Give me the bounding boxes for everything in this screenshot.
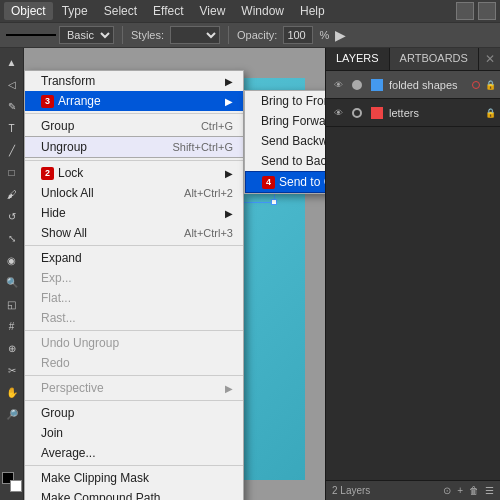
layer-lock-folded[interactable]: 🔒 <box>485 80 496 90</box>
badge-2: 2 <box>41 167 54 180</box>
menu-bring-to-front[interactable]: Bring to Front Shift+Ctrl+] <box>245 91 325 111</box>
menu-item-view[interactable]: View <box>193 2 233 20</box>
shape-builder-tool[interactable]: ⊕ <box>2 338 22 358</box>
line-tool[interactable]: ╱ <box>2 140 22 160</box>
gradient-tool[interactable]: ◱ <box>2 294 22 314</box>
sep-2 <box>25 160 243 161</box>
rotate-tool[interactable]: ↺ <box>2 206 22 226</box>
layer-indicator-folded <box>472 81 480 89</box>
menu-item-effect[interactable]: Effect <box>146 2 190 20</box>
sep-5 <box>25 375 243 376</box>
more-options-icon[interactable]: ▶ <box>335 27 346 43</box>
send-current-layer-label: Send to Current Layer <box>279 175 325 189</box>
menu-rasterize: Rast... <box>25 308 243 328</box>
menu-expand[interactable]: Expand <box>25 248 243 268</box>
menu-group2[interactable]: Group <box>25 403 243 423</box>
menu-transform[interactable]: Transform ▶ <box>25 71 243 91</box>
layer-folded-shapes[interactable]: 👁 folded shapes 🔒 <box>326 71 500 99</box>
panel-close-btn[interactable]: ✕ <box>479 48 500 70</box>
menu-show-all[interactable]: Show All Alt+Ctrl+3 <box>25 223 243 243</box>
tab-artboards[interactable]: ARTBOARDS <box>390 48 479 70</box>
line-preview <box>6 34 56 36</box>
layers-delete-icon[interactable]: 🗑 <box>469 485 479 496</box>
eyedrop-tool[interactable]: 🔍 <box>2 272 22 292</box>
menu-undo-ungroup: Undo Ungroup <box>25 333 243 353</box>
mesh-tool[interactable]: # <box>2 316 22 336</box>
send-backward-label: Send Backward <box>261 134 325 148</box>
menu-arrange[interactable]: 3 Arrange ▶ <box>25 91 243 111</box>
menu-group[interactable]: Group Ctrl+G <box>25 116 243 136</box>
layer-target-folded[interactable] <box>349 77 365 93</box>
opacity-unit: % <box>319 29 329 41</box>
style-select[interactable]: Basic <box>59 26 114 44</box>
opacity-input[interactable] <box>283 26 313 44</box>
menu-redo-label: Redo <box>41 356 70 370</box>
layers-locate-icon[interactable]: ⊙ <box>443 485 451 496</box>
sep-1 <box>25 113 243 114</box>
styles-select[interactable] <box>170 26 220 44</box>
menu-compound-label: Make Compound Path <box>41 491 160 500</box>
menu-send-current-layer[interactable]: 4 Send to Current Layer <box>245 171 325 193</box>
blend-tool[interactable]: ◉ <box>2 250 22 270</box>
menu-average-label: Average... <box>41 446 95 460</box>
menu-clipping-label: Make Clipping Mask <box>41 471 149 485</box>
arrange-submenu: Bring to Front Shift+Ctrl+] Bring Forwar… <box>244 90 325 194</box>
shortcut-ungroup: Shift+Ctrl+G <box>152 141 233 153</box>
sep-3 <box>25 245 243 246</box>
scale-tool[interactable]: ⤡ <box>2 228 22 248</box>
menu-join-label: Join <box>41 426 63 440</box>
layer-name-letters: letters <box>389 107 482 119</box>
brush-tool[interactable]: 🖌 <box>2 184 22 204</box>
menu-item-type[interactable]: Type <box>55 2 95 20</box>
sep-4 <box>25 330 243 331</box>
arrow-icon-arrange: ▶ <box>225 96 233 107</box>
rect-tool[interactable]: □ <box>2 162 22 182</box>
layer-lock-letters[interactable]: 🔒 <box>485 108 496 118</box>
menu-send-backward[interactable]: Send Backward Ctrl+[ <box>245 131 325 151</box>
layer-target-letters[interactable] <box>349 105 365 121</box>
menu-unlock-all[interactable]: Unlock All Alt+Ctrl+2 <box>25 183 243 203</box>
direct-select-tool[interactable]: ◁ <box>2 74 22 94</box>
menu-ungroup[interactable]: Ungroup Shift+Ctrl+G <box>25 136 243 158</box>
menu-hide-label: Hide <box>41 206 66 220</box>
sep-7 <box>25 465 243 466</box>
eye-icon-folded[interactable]: 👁 <box>330 77 346 93</box>
menu-join[interactable]: Join <box>25 423 243 443</box>
menu-expand-label: Expand <box>41 251 82 265</box>
menu-undo-label: Undo Ungroup <box>41 336 119 350</box>
bring-to-front-label: Bring to Front <box>261 94 325 108</box>
eye-icon-letters[interactable]: 👁 <box>330 105 346 121</box>
pen-tool[interactable]: ✎ <box>2 96 22 116</box>
tab-layers[interactable]: LAYERS <box>326 48 390 70</box>
main-toolbar: Basic Styles: Opacity: % ▶ <box>0 22 500 48</box>
menu-item-help[interactable]: Help <box>293 2 332 20</box>
menu-compound-path[interactable]: Make Compound Path <box>25 488 243 500</box>
menu-make-clipping[interactable]: Make Clipping Mask <box>25 468 243 488</box>
app-icon-1 <box>456 2 474 20</box>
menu-perspective: Perspective ▶ <box>25 378 243 398</box>
app-icon-2 <box>478 2 496 20</box>
arrow-lock: ▶ <box>225 168 233 179</box>
menu-item-window[interactable]: Window <box>234 2 291 20</box>
menu-flatten-label: Flat... <box>41 291 71 305</box>
menu-send-to-back[interactable]: Send to Back Shift+Ctrl+[ <box>245 151 325 171</box>
menu-item-select[interactable]: Select <box>97 2 144 20</box>
arrow-perspective: ▶ <box>225 383 233 394</box>
menu-bring-forward[interactable]: Bring Forward Ctrl+] <box>245 111 325 131</box>
selection-tool[interactable]: ▲ <box>2 52 22 72</box>
left-toolbar: ▲ ◁ ✎ T ╱ □ 🖌 ↺ ⤡ ◉ 🔍 ◱ # ⊕ ✂ ✋ 🔎 <box>0 48 24 500</box>
scissors-tool[interactable]: ✂ <box>2 360 22 380</box>
type-tool[interactable]: T <box>2 118 22 138</box>
menu-hide[interactable]: Hide ▶ <box>25 203 243 223</box>
layer-letters[interactable]: 👁 letters 🔒 <box>326 99 500 127</box>
menu-bar: Object Type Select Effect View Window He… <box>0 0 500 22</box>
menu-average[interactable]: Average... <box>25 443 243 463</box>
menu-rasterize-label: Rast... <box>41 311 76 325</box>
badge-3: 3 <box>41 95 54 108</box>
zoom-tool[interactable]: 🔎 <box>2 404 22 424</box>
layers-menu-icon[interactable]: ☰ <box>485 485 494 496</box>
menu-item-object[interactable]: Object <box>4 2 53 20</box>
layers-add-icon[interactable]: + <box>457 485 463 496</box>
hand-tool[interactable]: ✋ <box>2 382 22 402</box>
menu-lock[interactable]: 2 Lock ▶ <box>25 163 243 183</box>
